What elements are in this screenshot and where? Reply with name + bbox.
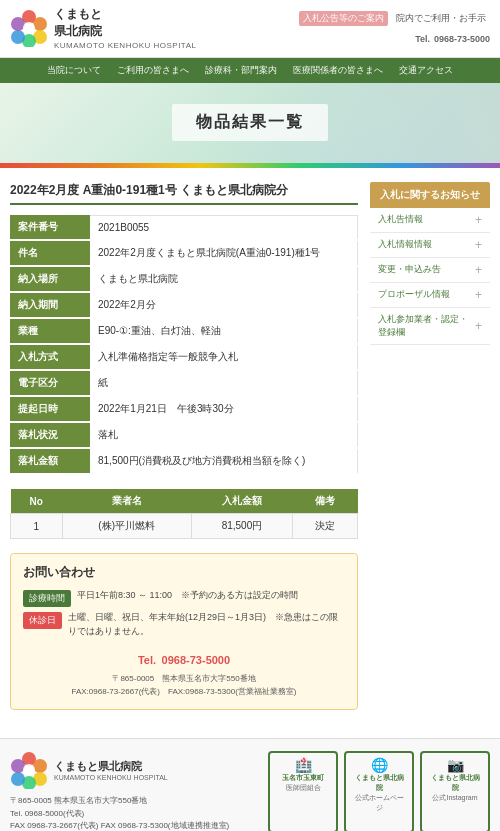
bid-col-no: No [11, 489, 63, 514]
bid-row: 1(株)平川燃料81,500円決定 [11, 514, 358, 539]
detail-value: くまもと県北病院 [90, 266, 358, 292]
link-box-title-1: 玉名市玉東町 [276, 773, 330, 783]
sidebar-item[interactable]: 入札参加業者・認定・登録欄+ [370, 308, 490, 345]
bid-col-company: 業者名 [62, 489, 191, 514]
nav-about[interactable]: 当院について [39, 58, 109, 83]
footer-logo-icon [10, 751, 48, 789]
section-title: 2022年2月度 A重油0-‌191種1号 くまもと県北病院分 [10, 182, 358, 205]
plus-icon: + [475, 319, 482, 333]
link-box-title-3: くまもと県北病院 [428, 773, 482, 793]
detail-value: E90-①:重油、白灯油、軽油 [90, 318, 358, 344]
svg-point-13 [23, 764, 35, 776]
detail-row: 納入期間2022年2月分 [10, 292, 358, 318]
section-hospital: くまもと県北病院分 [180, 183, 288, 197]
footer-logo: くまもと県北病院 KUMAMOTO KENHOKU HOSPITAL [10, 751, 258, 789]
detail-value: 落札 [90, 422, 358, 448]
footer-logo-text: くまもと県北病院 KUMAMOTO KENHOKU HOSPITAL [54, 759, 168, 781]
detail-label: 業種 [10, 318, 90, 344]
logo-text: くまもと県北病院 KUMAMOTO KENHOKU HOSPITAL [54, 6, 196, 51]
footer-link-2[interactable]: 🌐 くまもと県北病院 公式ホームページ [344, 751, 414, 831]
detail-row: 電子区分紙 [10, 370, 358, 396]
contact-title: お問い合わせ [23, 564, 345, 581]
detail-label: 電子区分 [10, 370, 90, 396]
detail-label: 納入場所 [10, 266, 90, 292]
link-box-title-2: くまもと県北病院 [352, 773, 406, 793]
plus-icon: + [475, 213, 482, 227]
contact-tel-number: 0968-73-5000 [162, 654, 231, 666]
bid-amount: 81,500円 [191, 514, 292, 539]
footer-fax: FAX 0968-73-2667(代表) FAX 0968-73-5300(地域… [10, 820, 258, 831]
detail-row: 件名2022年2月度くまもと県北病院(A重油0-191)種1号 [10, 240, 358, 266]
detail-row: 納入場所くまもと県北病院 [10, 266, 358, 292]
contact-address-text: 〒865-0005 熊本県玉名市大字550番地 [23, 673, 345, 686]
svg-point-4 [11, 30, 25, 44]
page-title: 物品結果一覧 [196, 112, 304, 133]
sidebar-item[interactable]: 入札告情報+ [370, 208, 490, 233]
nav-usage[interactable]: ご利用の皆さまへ [109, 58, 197, 83]
bid-table: No 業者名 入札金額 備考 1(株)平川燃料81,500円決定 [10, 489, 358, 539]
plus-icon: + [475, 238, 482, 252]
link-box-sub-2: 公式ホームページ [352, 793, 406, 813]
detail-row: 落札金額81,500円(消費税及び地方消費税相当額を除く) [10, 448, 358, 474]
detail-row: 落札状況落札 [10, 422, 358, 448]
sidebar-item[interactable]: 入札情報情報+ [370, 233, 490, 258]
sidebar-item-label: 入札告情報 [378, 213, 423, 226]
plus-icon: + [475, 263, 482, 277]
detail-label: 案件番号 [10, 215, 90, 240]
detail-label: 入札方式 [10, 344, 90, 370]
main-nav: 当院について ご利用の皆さまへ 診療科・部門案内 医療関係者の皆さまへ 交通アク… [0, 58, 500, 83]
footer-tel: Tel. 0968-5000(代表) [10, 808, 258, 821]
detail-row: 案件番号2021B0055 [10, 215, 358, 240]
logo-name-en: KUMAMOTO KENHOKU HOSPITAL [54, 40, 196, 51]
plus-icon: + [475, 288, 482, 302]
link-box-sub-3: 公式Instagram [428, 793, 482, 803]
footer-main: くまもと県北病院 KUMAMOTO KENHOKU HOSPITAL 〒865-… [10, 751, 490, 831]
contact-fax: FAX:0968-73-2667(代表) FAX:0968-73-5300(営業… [23, 686, 345, 699]
nav-access[interactable]: 交通アクセス [391, 58, 461, 83]
tel-label: Tel. [415, 34, 430, 44]
site-header: くまもと県北病院 KUMAMOTO KENHOKU HOSPITAL 入札公告等… [0, 0, 500, 83]
sidebar-bid-section: 入札に関するお知らせ 入札告情報+入札情報情報+変更・申込み告+プロポーザル情報… [370, 182, 490, 345]
sidebar-item-label: 入札参加業者・認定・登録欄 [378, 313, 475, 339]
detail-value: 81,500円(消費税及び地方消費税相当額を除く) [90, 448, 358, 474]
nav-medical[interactable]: 医療関係者の皆さまへ [285, 58, 391, 83]
logo-name-jp: くまもと県北病院 [54, 6, 196, 40]
holiday-text: 土曜、日曜、祝日、年末年始(12月29日～1月3日) ※急患はこの限りではありま… [68, 611, 345, 638]
detail-label: 納入期間 [10, 292, 90, 318]
main-container: 2022年2月度 A重油0-‌191種1号 くまもと県北病院分 案件番号2021… [0, 168, 500, 738]
detail-value: 紙 [90, 370, 358, 396]
detail-value: 2022年2月分 [90, 292, 358, 318]
contact-tel-label: Tel. [138, 654, 156, 666]
contact-address: 〒865-0005 熊本県玉名市大字550番地 FAX:0968-73-2667… [23, 673, 345, 699]
tel-number: 0968-73-5000 [434, 34, 490, 44]
facility-info-link[interactable]: 院内でご利用・お手示 [392, 11, 490, 26]
detail-row: 提起日時2022年1月21日 午後3時30分 [10, 396, 358, 422]
svg-point-5 [11, 17, 25, 31]
footer-address: 〒865-0005 熊本県玉名市大字550番地 Tel. 0968-5000(代… [10, 795, 258, 831]
detail-label: 落札金額 [10, 448, 90, 474]
detail-value: 2022年1月21日 午後3時30分 [90, 396, 358, 422]
site-footer: くまもと県北病院 KUMAMOTO KENHOKU HOSPITAL 〒865-… [0, 738, 500, 831]
link-box-sub-1: 医師団組合 [276, 783, 330, 793]
sidebar-item[interactable]: プロポーザル情報+ [370, 283, 490, 308]
nav-departments[interactable]: 診療科・部門案内 [197, 58, 285, 83]
contact-tel: Tel. 0968-73-5000 [23, 646, 345, 669]
section-year: 2022年2月度 [10, 183, 79, 197]
contact-box: お問い合わせ 診療時間 平日1午前8:30 ～ 11:00 ※予約のある方は設定… [10, 553, 358, 710]
bid-no: 1 [11, 514, 63, 539]
bid-col-amount: 入札金額 [191, 489, 292, 514]
sidebar-item-label: 入札情報情報 [378, 238, 432, 251]
footer-logo-en: KUMAMOTO KENHOKU HOSPITAL [54, 774, 168, 781]
bid-notice-link[interactable]: 入札公告等のご案内 [299, 11, 388, 26]
detail-label: 件名 [10, 240, 90, 266]
footer-link-3[interactable]: 📷 くまもと県北病院 公式Instagram [420, 751, 490, 831]
logo-area: くまもと県北病院 KUMAMOTO KENHOKU HOSPITAL [10, 6, 196, 51]
footer-link-1[interactable]: 🏥 玉名市玉東町 医師団組合 [268, 751, 338, 831]
sidebar: 入札に関するお知らせ 入札告情報+入札情報情報+変更・申込み告+プロポーザル情報… [370, 182, 490, 724]
svg-point-8 [33, 759, 47, 773]
consultation-label: 診療時間 [23, 590, 71, 607]
bid-col-note: 備考 [293, 489, 358, 514]
svg-point-12 [11, 759, 25, 773]
detail-value: 入札準備格指定等一般競争入札 [90, 344, 358, 370]
sidebar-item[interactable]: 変更・申込み告+ [370, 258, 490, 283]
